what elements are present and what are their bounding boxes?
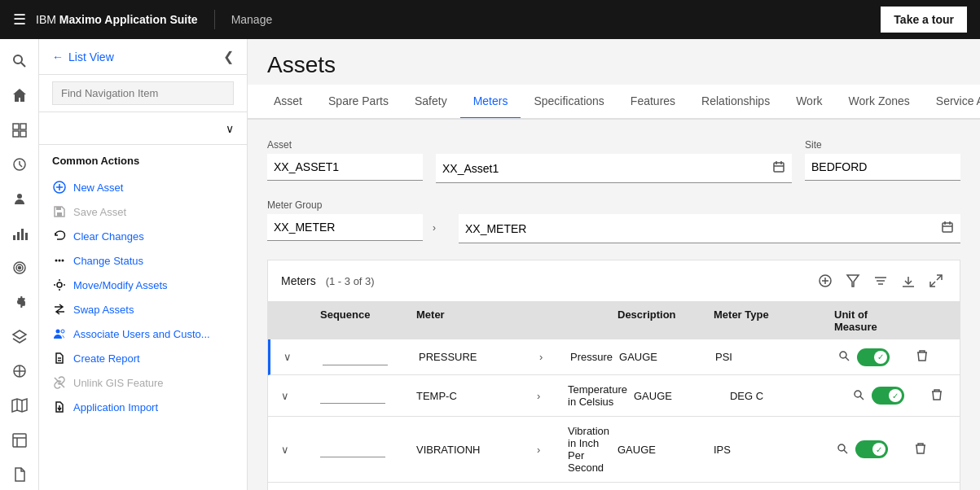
row3-active-toggle[interactable] (855, 440, 888, 458)
row2-sequence-input[interactable] (320, 387, 385, 404)
row2-delete[interactable] (930, 388, 963, 404)
row3-sequence-input[interactable] (320, 441, 385, 457)
page-header: Assets (248, 39, 980, 85)
sidebar-app-settings-icon[interactable] (3, 424, 36, 455)
site-input[interactable] (805, 154, 960, 181)
tab-features[interactable]: Features (617, 85, 688, 120)
save-asset-action: Save Asset (52, 199, 234, 224)
nav-panel-header: ← List View ❮ (39, 39, 247, 75)
svg-rect-4 (13, 131, 19, 137)
calendar-icon[interactable] (766, 154, 792, 182)
sidebar-doc-icon[interactable] (3, 459, 36, 490)
asset-form-row: Asset Site (267, 139, 960, 183)
new-asset-action[interactable]: New Asset (52, 175, 234, 199)
meter-group-name-label (459, 199, 960, 211)
tab-work-zones[interactable]: Work Zones (836, 85, 923, 120)
add-meter-button[interactable] (815, 270, 836, 291)
report-icon (52, 351, 67, 365)
row3-delete[interactable] (914, 442, 947, 457)
meter-group-id-input[interactable] (267, 214, 423, 241)
sidebar-gear-icon[interactable] (3, 287, 36, 317)
svg-rect-44 (943, 223, 952, 232)
row3-arrow[interactable]: › (537, 444, 561, 456)
row3-active-area (834, 440, 907, 459)
row1-delete[interactable] (916, 349, 948, 365)
meter-group-arrow-icon[interactable]: › (423, 222, 446, 234)
row2-active-area (850, 387, 924, 405)
row2-active-toggle[interactable] (872, 387, 904, 405)
tab-service-addr[interactable]: Service Addr... (923, 85, 980, 120)
meter-group-name-input[interactable] (459, 216, 934, 242)
swap-assets-action[interactable]: Swap Assets (52, 297, 234, 322)
icon-sidebar (0, 39, 39, 490)
main-content: Assets Asset Spare Parts Safety Meters S… (248, 39, 980, 490)
row2-expand[interactable]: ∨ (281, 390, 314, 402)
svg-marker-19 (12, 399, 27, 412)
tab-relationships[interactable]: Relationships (688, 85, 783, 120)
page-title: Assets (267, 52, 960, 78)
change-status-action[interactable]: Change Status (52, 248, 234, 273)
nav-search-input[interactable] (52, 81, 234, 105)
site-group: Site (805, 139, 960, 183)
save-asset-label: Save Asset (73, 206, 126, 218)
svg-line-56 (937, 275, 942, 280)
sidebar-search-icon[interactable] (3, 46, 36, 77)
menu-icon[interactable]: ☰ (13, 11, 26, 28)
sidebar-map-icon[interactable] (3, 390, 36, 421)
row1-search-button[interactable] (836, 348, 852, 366)
expand-button[interactable] (925, 270, 947, 291)
row1-sequence-input[interactable] (323, 349, 388, 365)
svg-line-63 (844, 450, 847, 453)
row2-arrow[interactable]: › (537, 390, 561, 402)
filter-active-button[interactable] (842, 270, 864, 291)
list-view-link[interactable]: ← List View (52, 50, 114, 63)
associate-users-action[interactable]: Associate Users and Custo... (52, 322, 234, 346)
svg-line-1 (21, 63, 25, 67)
sidebar-settings-icon[interactable] (3, 356, 36, 387)
row3-search-button[interactable] (834, 440, 850, 459)
row1-active-toggle[interactable] (857, 348, 890, 366)
new-asset-label: New Asset (73, 182, 123, 194)
tab-asset[interactable]: Asset (261, 85, 315, 120)
svg-rect-5 (20, 131, 26, 137)
row1-expand[interactable]: ∨ (283, 351, 316, 363)
tab-specifications[interactable]: Specifications (521, 85, 617, 120)
sidebar-home-icon[interactable] (3, 80, 36, 111)
svg-rect-40 (774, 163, 784, 172)
clear-changes-action[interactable]: Clear Changes (52, 224, 234, 248)
sidebar-history-icon[interactable] (3, 149, 36, 180)
take-tour-button[interactable]: Take a tour (881, 7, 967, 33)
row3-description: Vibration in Inch Per Second (568, 425, 611, 474)
download-button[interactable] (898, 270, 919, 291)
tab-spare-parts[interactable]: Spare Parts (315, 85, 402, 120)
sidebar-target-icon[interactable] (3, 252, 36, 283)
collapse-panel-button[interactable]: ❮ (223, 49, 234, 64)
row2-search-button[interactable] (850, 387, 867, 405)
sidebar-people-icon[interactable] (3, 183, 36, 214)
meters-header: Meters (1 - 3 of 3) (268, 260, 960, 302)
nav-dropdown[interactable]: ∨ (39, 112, 247, 145)
svg-rect-10 (21, 229, 24, 240)
app-import-action[interactable]: Application Import (52, 395, 234, 419)
sidebar-chart-icon[interactable] (3, 218, 36, 249)
table-row: ∨ VIBRATIONH › Vibration in Inch Per Sec… (268, 417, 960, 483)
row1-arrow[interactable]: › (539, 351, 564, 363)
back-arrow-icon: ← (52, 50, 64, 63)
row3-expand[interactable]: ∨ (281, 444, 314, 456)
create-report-action[interactable]: Create Report (52, 346, 234, 370)
sidebar-dashboard-icon[interactable] (3, 115, 36, 146)
sidebar-layers-icon[interactable] (3, 322, 36, 352)
filter-button[interactable] (870, 270, 891, 291)
tab-meters[interactable]: Meters (460, 85, 521, 120)
asset-id-input[interactable] (267, 154, 423, 181)
col-description (568, 308, 611, 333)
row3-type: GAUGE (617, 444, 707, 456)
content-area: Asset Site (248, 120, 980, 490)
tab-work[interactable]: Work (783, 85, 835, 120)
svg-point-32 (62, 260, 64, 262)
tab-safety[interactable]: Safety (402, 85, 460, 120)
move-modify-action[interactable]: Move/Modify Assets (52, 273, 234, 297)
main-layout: ← List View ❮ ∨ Common Actions New Asset (0, 39, 980, 490)
asset-name-input[interactable] (436, 155, 766, 182)
calendar2-icon[interactable] (934, 214, 960, 243)
